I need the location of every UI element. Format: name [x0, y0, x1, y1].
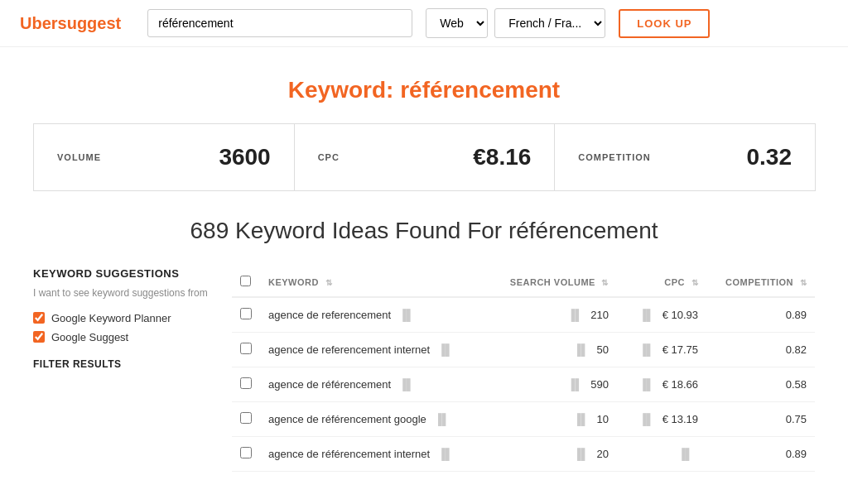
bar-chart-icon: ▐▌ [438, 448, 453, 460]
th-checkbox [232, 267, 260, 297]
ideas-heading: 689 Keyword Ideas Found For référencemen… [33, 218, 815, 244]
bar-chart-icon-vol: ▐▌ [573, 343, 588, 356]
stats-row: VOLUME 3600 CPC €8.16 COMPETITION 0.32 [33, 123, 815, 191]
bar-chart-icon-cpc: ▐▌ [639, 343, 654, 356]
row-competition: 0.89 [706, 297, 815, 333]
sidebar-title: KEYWORD SUGGESTIONS [33, 267, 215, 280]
row-cpc: ▐▌ € 10.93 [617, 297, 706, 333]
row-competition: 0.82 [706, 333, 815, 367]
bar-chart-icon-vol: ▐▌ [567, 309, 582, 321]
row-checkbox-cell [232, 297, 260, 333]
row-checkbox-cell [232, 437, 260, 472]
competition-value: 0.32 [747, 144, 793, 170]
row-cpc: ▐▌ [617, 437, 706, 472]
row-checkbox-cell [232, 402, 260, 437]
source-checkbox-gkp-input[interactable] [33, 312, 45, 324]
search-input-wrap [147, 9, 412, 37]
row-checkbox-0[interactable] [240, 308, 252, 319]
source-checkbox-gs-input[interactable] [33, 331, 45, 343]
row-cpc: ▐▌ € 17.75 [617, 333, 706, 367]
stat-card-cpc: CPC €8.16 [294, 123, 556, 191]
source-checkbox-gkp-label: Google Keyword Planner [51, 312, 171, 324]
row-checkbox-cell [232, 333, 260, 367]
keywords-table: KEYWORD ⇅ SEARCH VOLUME ⇅ CPC ⇅ COMPET [232, 267, 815, 472]
source-checkbox-gs-label: Google Suggest [51, 331, 128, 343]
sort-competition-icon[interactable]: ⇅ [800, 278, 807, 287]
bar-chart-icon: ▐▌ [399, 309, 414, 321]
row-volume: ▐▌ 210 [489, 297, 617, 333]
row-keyword: agence de référencement ▐▌ [260, 367, 489, 402]
bar-chart-icon: ▐▌ [399, 378, 414, 391]
row-keyword: agence de referencement ▐▌ [260, 297, 489, 333]
select-all-checkbox[interactable] [240, 276, 251, 286]
language-dropdown[interactable]: French / Fra... [494, 8, 605, 38]
sort-volume-icon[interactable]: ⇅ [601, 278, 609, 287]
row-keyword: agence de référencement google ▐▌ [260, 402, 489, 437]
keyword-title: Keyword: référencement [33, 77, 815, 103]
bar-chart-icon-cpc: ▐▌ [678, 448, 693, 460]
row-checkbox-2[interactable] [240, 377, 252, 389]
lookup-button[interactable]: LOOK UP [619, 9, 710, 38]
row-competition: 0.58 [706, 367, 815, 402]
cpc-value: €8.16 [473, 144, 531, 170]
th-keyword: KEYWORD ⇅ [260, 267, 489, 297]
keyword-prefix: Keyword: [288, 77, 400, 103]
bar-chart-icon-cpc: ▐▌ [639, 413, 654, 425]
row-checkbox-1[interactable] [240, 343, 252, 354]
source-checkbox-1: Google Keyword Planner [33, 312, 215, 324]
row-keyword: agence de referencement internet ▐▌ [260, 333, 489, 367]
sidebar: KEYWORD SUGGESTIONS I want to see keywor… [33, 267, 215, 370]
dropdown-wrap: Web French / Fra... [426, 8, 605, 38]
source-checkbox-2: Google Suggest [33, 331, 215, 343]
bar-chart-icon: ▐▌ [438, 343, 453, 356]
table-row: agence de référencement internet ▐▌ ▐▌ 2… [232, 437, 815, 472]
filter-results-label: FILTER RESULTS [33, 358, 215, 370]
volume-value: 3600 [219, 144, 270, 170]
search-input[interactable] [147, 9, 412, 37]
sidebar-subtitle: I want to see keyword suggestions from [33, 286, 215, 300]
bar-chart-icon-vol: ▐▌ [573, 448, 588, 460]
table-row: agence de referencement internet ▐▌ ▐▌ 5… [232, 333, 815, 367]
th-competition: COMPETITION ⇅ [706, 267, 815, 297]
row-volume: ▐▌ 590 [489, 367, 617, 402]
bottom-section: KEYWORD SUGGESTIONS I want to see keywor… [33, 267, 815, 472]
bar-chart-icon-vol: ▐▌ [573, 413, 588, 425]
th-search-volume: SEARCH VOLUME ⇅ [489, 267, 617, 297]
main-content: Keyword: référencement VOLUME 3600 CPC €… [0, 47, 848, 488]
table-body: agence de referencement ▐▌ ▐▌ 210 ▐▌ € 1… [232, 297, 815, 472]
header: Ubersuggest Web French / Fra... LOOK UP [0, 0, 848, 47]
keyword-value: référencement [400, 77, 560, 103]
row-volume: ▐▌ 10 [489, 402, 617, 437]
competition-label: COMPETITION [578, 152, 650, 162]
sort-cpc-icon[interactable]: ⇅ [691, 278, 699, 287]
stat-card-competition: COMPETITION 0.32 [554, 123, 816, 191]
row-checkbox-cell [232, 367, 260, 402]
row-volume: ▐▌ 50 [489, 333, 617, 367]
th-cpc: CPC ⇅ [617, 267, 706, 297]
type-dropdown[interactable]: Web [426, 8, 488, 38]
bar-chart-icon-cpc: ▐▌ [639, 378, 654, 391]
row-checkbox-3[interactable] [240, 412, 252, 424]
row-keyword: agence de référencement internet ▐▌ [260, 437, 489, 472]
row-volume: ▐▌ 20 [489, 437, 617, 472]
table-header-row: KEYWORD ⇅ SEARCH VOLUME ⇅ CPC ⇅ COMPET [232, 267, 815, 297]
table-row: agence de référencement google ▐▌ ▐▌ 10 … [232, 402, 815, 437]
row-cpc: ▐▌ € 13.19 [617, 402, 706, 437]
table-row: agence de référencement ▐▌ ▐▌ 590 ▐▌ € 1… [232, 367, 815, 402]
table-wrap: KEYWORD ⇅ SEARCH VOLUME ⇅ CPC ⇅ COMPET [232, 267, 815, 472]
sort-keyword-icon[interactable]: ⇅ [325, 278, 333, 287]
bar-chart-icon-cpc: ▐▌ [639, 309, 654, 321]
bar-chart-icon-vol: ▐▌ [567, 378, 582, 391]
row-competition: 0.89 [706, 437, 815, 472]
cpc-label: CPC [318, 152, 340, 162]
row-checkbox-4[interactable] [240, 447, 252, 458]
stat-card-volume: VOLUME 3600 [33, 123, 295, 191]
row-cpc: ▐▌ € 18.66 [617, 367, 706, 402]
bar-chart-icon: ▐▌ [434, 413, 449, 425]
row-competition: 0.75 [706, 402, 815, 437]
table-row: agence de referencement ▐▌ ▐▌ 210 ▐▌ € 1… [232, 297, 815, 333]
logo: Ubersuggest [20, 14, 121, 33]
volume-label: VOLUME [57, 152, 101, 162]
